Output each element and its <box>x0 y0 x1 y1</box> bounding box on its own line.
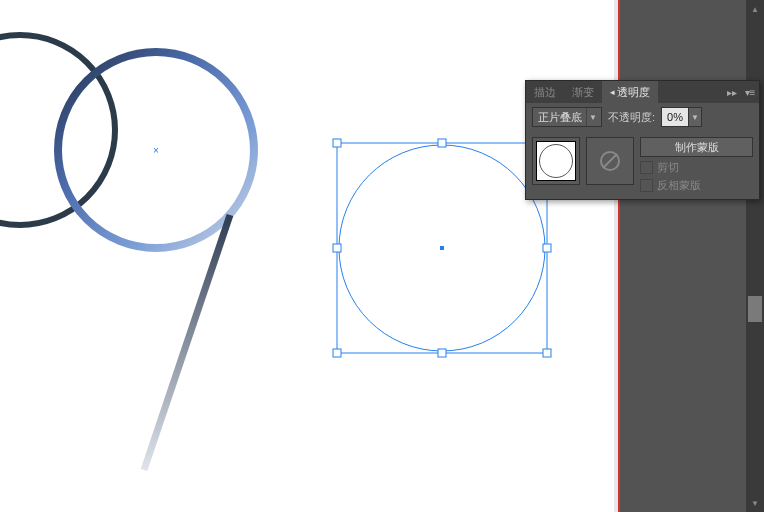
chevron-left-icon: ◂ <box>610 87 615 97</box>
artboard[interactable]: × <box>0 0 614 512</box>
scrollbar-thumb[interactable] <box>748 296 762 322</box>
handle-s[interactable] <box>438 349 446 357</box>
center-point <box>440 246 444 250</box>
opacity-value[interactable]: 0% <box>662 108 688 126</box>
panel-menu-icon[interactable]: ▾≡ <box>741 87 759 98</box>
scroll-down-button[interactable]: ▼ <box>748 496 762 510</box>
guide-line-red[interactable] <box>618 0 620 512</box>
tab-transparency[interactable]: ◂ 透明度 <box>602 81 658 103</box>
svg-line-1 <box>603 154 617 168</box>
handle-se[interactable] <box>543 349 551 357</box>
clip-checkbox[interactable] <box>640 161 653 174</box>
panel-row-mask: 制作蒙版 剪切 反相蒙版 <box>526 131 759 199</box>
panel-row-blend: 正片叠底 ▼ 不透明度: 0% ▼ <box>526 103 759 131</box>
invert-mask-label: 反相蒙版 <box>657 178 701 193</box>
tab-transparency-label: 透明度 <box>617 85 650 100</box>
handle-w[interactable] <box>333 244 341 252</box>
clip-label: 剪切 <box>657 160 679 175</box>
tab-stroke[interactable]: 描边 <box>526 81 564 103</box>
panel-tabs: 描边 渐变 ◂ 透明度 ▸▸ ▾≡ <box>526 81 759 103</box>
handle-e[interactable] <box>543 244 551 252</box>
shape-tail-nine <box>144 215 230 470</box>
dropdown-icon: ▼ <box>586 108 599 126</box>
no-mask-icon <box>598 149 622 173</box>
blend-mode-value: 正片叠底 <box>538 110 582 125</box>
make-mask-button[interactable]: 制作蒙版 <box>640 137 753 157</box>
opacity-input[interactable]: 0% ▼ <box>661 107 702 127</box>
right-panel-strip <box>618 0 746 512</box>
opacity-label: 不透明度: <box>608 110 655 125</box>
handle-sw[interactable] <box>333 349 341 357</box>
anchor-mark-left: × <box>153 145 159 156</box>
handle-n[interactable] <box>438 139 446 147</box>
tab-gradient[interactable]: 渐变 <box>564 81 602 103</box>
panel-expand-icon[interactable]: ▸▸ <box>723 87 741 98</box>
scroll-up-button[interactable]: ▲ <box>748 2 762 16</box>
scrollbar-vertical[interactable]: ▲ ▼ <box>746 0 764 512</box>
handle-nw[interactable] <box>333 139 341 147</box>
object-thumbnail[interactable] <box>532 137 580 185</box>
invert-mask-checkbox[interactable] <box>640 179 653 192</box>
dropdown-icon[interactable]: ▼ <box>688 108 701 126</box>
blend-mode-dropdown[interactable]: 正片叠底 ▼ <box>532 107 602 127</box>
mask-thumbnail-empty[interactable] <box>586 137 634 185</box>
transparency-panel[interactable]: 描边 渐变 ◂ 透明度 ▸▸ ▾≡ 正片叠底 ▼ 不透明度: 0% ▼ <box>525 80 760 200</box>
